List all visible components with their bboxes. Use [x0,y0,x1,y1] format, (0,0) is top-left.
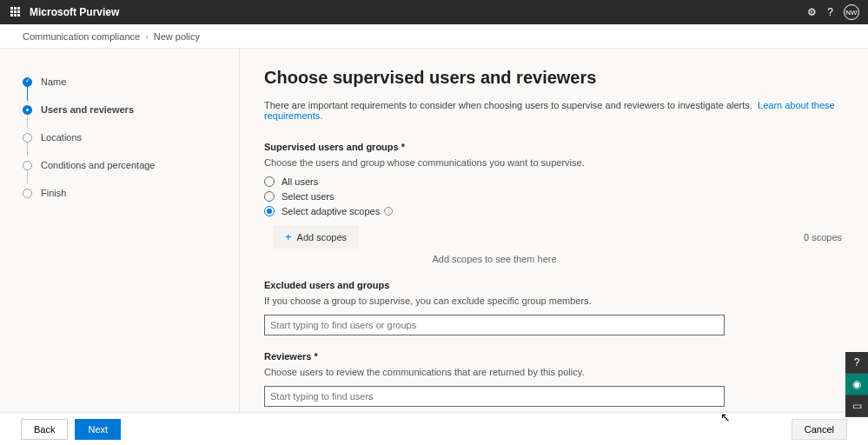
footer: Back Next Cancel [0,412,868,445]
radio-select-users[interactable]: Select users [264,191,844,202]
feedback-rail: ? ◉ ▭ [845,352,868,417]
supervised-help: Choose the users and group whose communi… [264,157,844,168]
excluded-help: If you choose a group to supervise, you … [264,296,844,306]
rail-feedback-icon[interactable]: ◉ [845,374,868,395]
top-bar: Microsoft Purview ⚙ ? NW [0,0,868,24]
step-finish[interactable]: Finish [23,179,216,207]
reviewers-label: Reviewers * [264,351,844,362]
add-scopes-button[interactable]: +Add scopes [273,225,359,249]
step-users-reviewers[interactable]: Users and reviewers [23,96,216,123]
app-launcher-icon[interactable] [10,7,21,17]
step-locations[interactable]: Locations [23,123,216,151]
rail-help-icon[interactable]: ? [845,352,868,374]
page-title: Choose supervised users and reviewers [264,68,844,88]
scope-count: 0 scopes [804,232,842,242]
brand-title: Microsoft Purview [30,6,119,18]
reviewers-input[interactable] [264,386,725,407]
chevron-right-icon: › [145,31,149,42]
excluded-label: Excluded users and groups [264,280,844,290]
breadcrumb: Communication compliance › New policy [0,24,868,49]
rail-chat-icon[interactable]: ▭ [845,395,868,417]
step-conditions[interactable]: Conditions and percentage [23,151,216,179]
supervised-label: Supervised users and groups * [264,142,844,152]
info-icon[interactable]: i [384,207,393,216]
wizard-steps: Name Users and reviewers Locations Condi… [0,49,240,445]
breadcrumb-current: New policy [154,31,200,42]
content-area: Choose supervised users and reviewers Th… [240,49,868,445]
settings-icon[interactable]: ⚙ [807,6,817,18]
plus-icon: + [285,230,292,243]
avatar[interactable]: NW [844,4,859,20]
cancel-button[interactable]: Cancel [792,419,847,440]
excluded-input[interactable] [264,315,725,335]
radio-adaptive-scopes[interactable]: Select adaptive scopesi [264,206,844,216]
breadcrumb-root[interactable]: Communication compliance [23,31,140,42]
radio-all-users[interactable]: All users [264,176,844,187]
step-name[interactable]: Name [23,68,216,96]
help-icon[interactable]: ? [827,6,833,18]
page-description: There are important requirements to cons… [264,100,844,121]
scope-hint: Add scopes to see them here [264,254,725,264]
reviewers-help: Choose users to review the communication… [264,367,844,377]
back-button[interactable]: Back [21,419,68,440]
next-button[interactable]: Next [75,419,121,440]
